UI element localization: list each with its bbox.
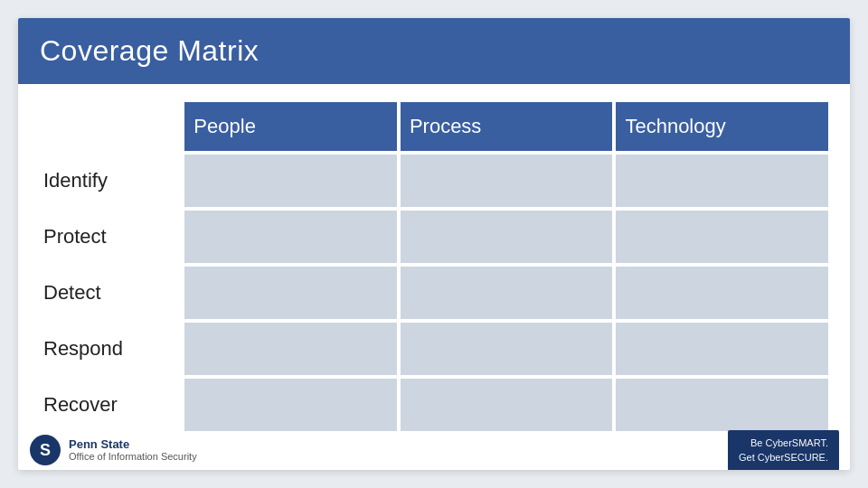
penn-state-lion-icon: S	[29, 434, 61, 466]
cell-recover-process	[401, 379, 613, 431]
footer: S Penn State Office of Information Secur…	[18, 430, 850, 470]
row-label-identify: Identify	[40, 155, 181, 207]
cell-identify-process	[401, 155, 613, 207]
svg-text:S: S	[40, 441, 51, 459]
cell-identify-technology	[616, 155, 828, 207]
footer-tagline: Be CyberSMART. Get CyberSECURE.	[728, 430, 839, 471]
col-header-process: Process	[401, 102, 613, 151]
footer-tagline-line1: Be CyberSMART.	[739, 436, 828, 451]
row-label-detect: Detect	[40, 267, 181, 319]
footer-logo-subtitle: Office of Information Security	[69, 451, 197, 463]
table-row: Recover	[40, 379, 828, 431]
footer-logo-name: Penn State	[69, 437, 197, 452]
cell-protect-technology	[616, 211, 828, 263]
col-header-technology: Technology	[616, 102, 828, 151]
table-row: Identify	[40, 155, 828, 207]
table-row: Protect	[40, 211, 828, 263]
footer-logo-text: Penn State Office of Information Securit…	[69, 437, 197, 464]
table-row: Detect	[40, 267, 828, 319]
footer-logo: S Penn State Office of Information Secur…	[29, 434, 197, 466]
col-header-empty	[40, 102, 181, 151]
cell-identify-people	[184, 155, 397, 207]
row-label-protect: Protect	[40, 211, 181, 263]
cell-respond-technology	[616, 323, 828, 375]
cell-protect-people	[184, 211, 397, 263]
cell-detect-people	[184, 267, 397, 319]
cell-detect-technology	[616, 267, 828, 319]
cell-respond-process	[401, 323, 613, 375]
cell-detect-process	[401, 267, 613, 319]
footer-tagline-line2: Get CyberSECURE.	[739, 450, 828, 465]
col-header-people: People	[184, 102, 397, 151]
cell-respond-people	[184, 323, 397, 375]
title-bar: Coverage Matrix	[18, 18, 850, 84]
slide-title: Coverage Matrix	[40, 34, 259, 68]
table-row: Respond	[40, 323, 828, 375]
cell-recover-technology	[616, 379, 828, 431]
row-label-respond: Respond	[40, 323, 181, 375]
cell-protect-process	[401, 211, 613, 263]
coverage-matrix-table: People Process Technology Identify Prote…	[36, 99, 832, 435]
row-label-recover: Recover	[40, 379, 181, 431]
cell-recover-people	[184, 379, 397, 431]
slide-container: Coverage Matrix People Process Technolog…	[18, 18, 850, 470]
matrix-area: People Process Technology Identify Prote…	[18, 84, 850, 444]
